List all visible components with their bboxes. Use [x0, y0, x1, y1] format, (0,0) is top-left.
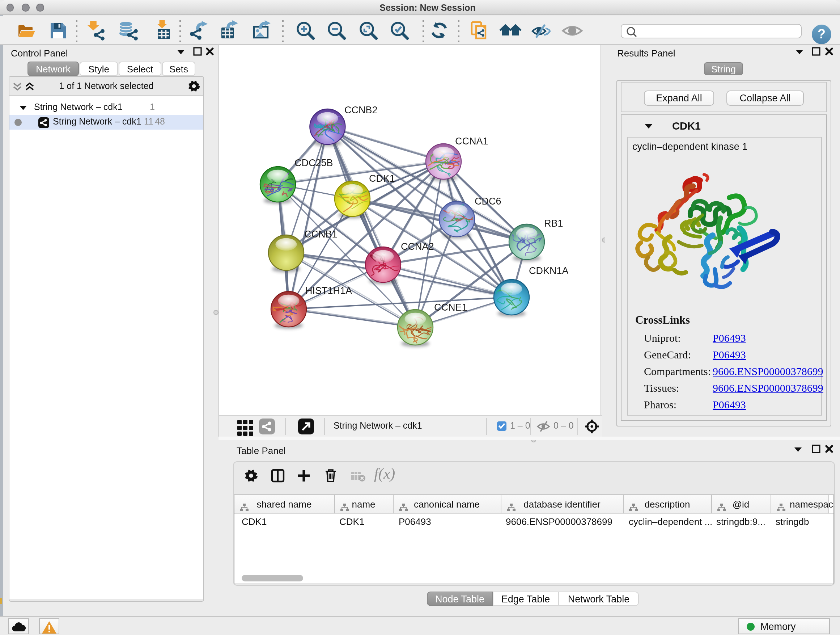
svg-text:CCNA2: CCNA2 [401, 241, 434, 252]
svg-text:RB1: RB1 [544, 218, 563, 229]
svg-text:CDKN1A: CDKN1A [529, 265, 569, 276]
svg-text:CDC6: CDC6 [475, 196, 501, 207]
svg-text:CCNB2: CCNB2 [344, 105, 378, 116]
svg-text:CCNB1: CCNB1 [304, 229, 338, 240]
svg-text:HIST1H1A: HIST1H1A [305, 285, 352, 296]
svg-text:CDC25B: CDC25B [294, 157, 333, 168]
svg-text:CCNA1: CCNA1 [455, 136, 488, 147]
svg-text:CDK1: CDK1 [369, 173, 395, 184]
svg-text:CCNE1: CCNE1 [434, 302, 467, 313]
